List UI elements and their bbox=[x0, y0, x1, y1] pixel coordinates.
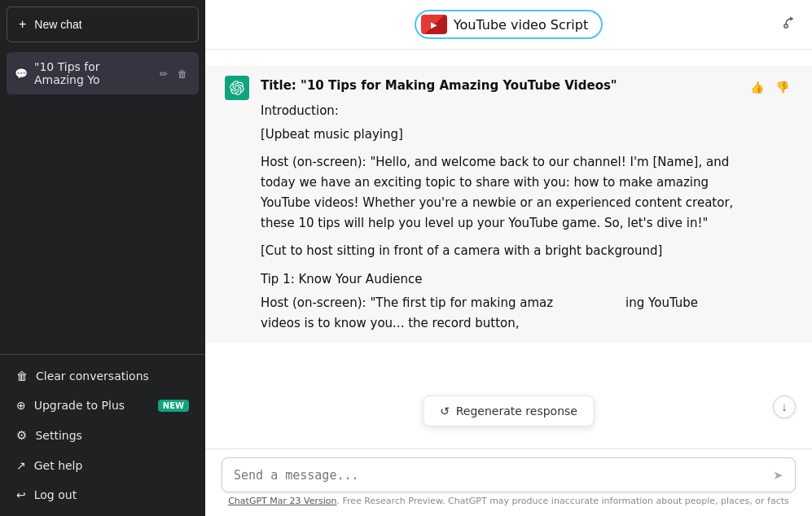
chat-header: YouTube video Script bbox=[205, 0, 812, 50]
regenerate-popup[interactable]: Regenerate response bbox=[423, 396, 595, 426]
settings-label: Settings bbox=[35, 429, 81, 442]
message-actions: 👍 👎 bbox=[747, 76, 792, 333]
edit-icon bbox=[160, 68, 168, 80]
regenerate-icon bbox=[440, 404, 450, 418]
input-area: ChatGPT Mar 23 Version. Free Research Pr… bbox=[205, 448, 812, 516]
header-title-wrapper: YouTube video Script bbox=[415, 10, 603, 39]
chat-item-label: "10 Tips for Amazing Yo bbox=[34, 60, 150, 86]
assistant-message-content: Title: "10 Tips for Making Amazing YouTu… bbox=[261, 76, 735, 333]
trash-icon bbox=[16, 370, 28, 383]
thumbs-down-icon: 👎 bbox=[775, 81, 789, 94]
sidebar-item-settings[interactable]: Settings bbox=[7, 420, 199, 451]
send-icon bbox=[773, 466, 783, 483]
sidebar-item-logout[interactable]: Log out bbox=[7, 480, 199, 509]
sidebar-item-chat-1[interactable]: "10 Tips for Amazing Yo bbox=[7, 52, 199, 94]
edit-chat-button[interactable] bbox=[156, 66, 171, 81]
sidebar-item-upgrade[interactable]: Upgrade to Plus NEW bbox=[7, 391, 199, 420]
thumbs-up-icon: 👍 bbox=[750, 81, 764, 94]
message-para-5: Host (on-screen): "The first tip for mak… bbox=[261, 293, 735, 334]
delete-icon bbox=[178, 68, 187, 80]
logout-label: Log out bbox=[34, 488, 77, 501]
regenerate-label: Regenerate response bbox=[456, 404, 577, 418]
sidebar-item-help[interactable]: Get help bbox=[7, 451, 199, 480]
footer-text: . Free Research Preview. ChatGPT may pro… bbox=[336, 496, 788, 506]
user-plus-icon bbox=[16, 399, 26, 412]
message-title: Title: "10 Tips for Making Amazing YouTu… bbox=[261, 76, 735, 96]
help-label: Get help bbox=[34, 459, 83, 472]
sidebar: New chat "10 Tips for Amazing Yo Clear c… bbox=[0, 0, 205, 516]
share-icon bbox=[783, 18, 796, 32]
message-para-4: Tip 1: Know Your Audience bbox=[261, 269, 735, 290]
help-icon bbox=[16, 459, 26, 472]
logout-icon bbox=[16, 488, 26, 501]
input-box bbox=[222, 457, 796, 492]
delete-chat-button[interactable] bbox=[174, 66, 191, 81]
chat-icon bbox=[15, 67, 28, 80]
new-chat-label: New chat bbox=[34, 18, 81, 31]
plus-icon bbox=[19, 17, 26, 32]
clear-label: Clear conversations bbox=[36, 370, 149, 383]
main-panel: YouTube video Script Title: "10 Tips for… bbox=[205, 0, 812, 516]
message-row-assistant: Title: "10 Tips for Making Amazing YouTu… bbox=[205, 66, 812, 343]
message-para-3: [Cut to host sitting in front of a camer… bbox=[261, 241, 735, 261]
footer-note: ChatGPT Mar 23 Version. Free Research Pr… bbox=[222, 492, 796, 511]
footer-version-link[interactable]: ChatGPT Mar 23 Version bbox=[228, 496, 336, 506]
chat-item-actions bbox=[156, 66, 191, 81]
share-button[interactable] bbox=[783, 16, 796, 33]
thumbs-down-button[interactable]: 👎 bbox=[772, 79, 792, 95]
send-button[interactable] bbox=[773, 466, 783, 483]
sidebar-item-clear[interactable]: Clear conversations bbox=[7, 361, 199, 391]
chevron-down-icon bbox=[782, 400, 788, 413]
chat-list: "10 Tips for Amazing Yo bbox=[0, 49, 205, 354]
new-chat-button[interactable]: New chat bbox=[7, 7, 199, 42]
svg-rect-0 bbox=[784, 24, 788, 28]
thumbs-up-button[interactable]: 👍 bbox=[747, 79, 767, 95]
chat-content: Title: "10 Tips for Making Amazing YouTu… bbox=[205, 50, 812, 448]
new-badge: NEW bbox=[158, 400, 189, 412]
upgrade-label: Upgrade to Plus bbox=[34, 399, 125, 412]
chatgpt-avatar bbox=[225, 76, 249, 100]
message-input[interactable] bbox=[234, 468, 766, 483]
settings-icon bbox=[16, 428, 27, 443]
message-para-0: Introduction: bbox=[261, 101, 735, 121]
scroll-down-button[interactable] bbox=[773, 396, 796, 418]
message-para-1: [Upbeat music playing] bbox=[261, 125, 735, 145]
sidebar-bottom: Clear conversations Upgrade to Plus NEW … bbox=[0, 354, 205, 516]
message-para-2: Host (on-screen): "Hello, and welcome ba… bbox=[261, 152, 735, 233]
chat-title: YouTube video Script bbox=[454, 17, 588, 33]
youtube-thumbnail bbox=[421, 15, 447, 34]
